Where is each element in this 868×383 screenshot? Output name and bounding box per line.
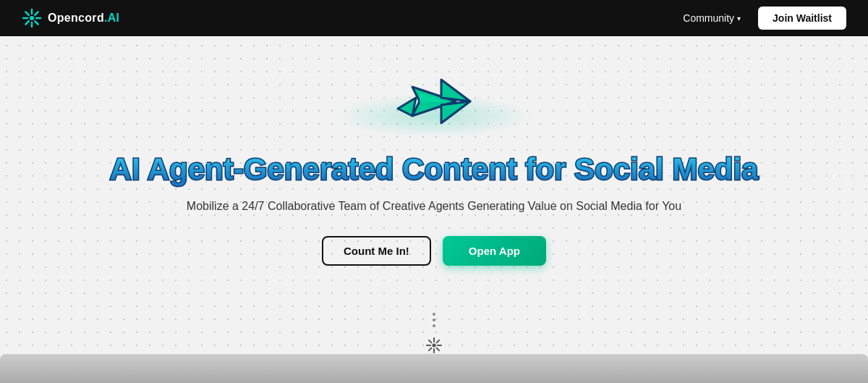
bottom-section (0, 298, 868, 383)
cta-buttons: Count Me In! Open App (322, 236, 546, 266)
svg-line-7 (35, 12, 38, 15)
navbar-right: Community ▾ Join Waitlist (683, 7, 846, 30)
headline-wrapper: AI Agent-Generated Content for Social Me… (110, 152, 759, 187)
svg-line-16 (437, 340, 440, 343)
svg-point-0 (30, 16, 34, 20)
svg-line-5 (26, 12, 29, 15)
hero-illustration (362, 65, 506, 138)
navbar: Opencord.AI Community ▾ Join Waitlist (0, 0, 868, 36)
community-label: Community (683, 12, 734, 24)
community-nav[interactable]: Community ▾ (683, 12, 741, 24)
open-app-button[interactable]: Open App (443, 236, 546, 266)
svg-line-17 (429, 348, 432, 351)
bottom-logo-icon (425, 337, 443, 354)
hero-mascot-icon (376, 65, 492, 138)
svg-line-14 (429, 340, 432, 343)
join-waitlist-button[interactable]: Join Waitlist (758, 7, 846, 30)
count-me-in-button[interactable]: Count Me In! (322, 236, 431, 266)
svg-line-8 (26, 21, 29, 24)
bottom-bar (0, 354, 868, 383)
headline-text: AI Agent-Generated Content for Social Me… (110, 152, 759, 187)
svg-line-15 (437, 348, 440, 351)
community-dropdown-icon: ▾ (737, 14, 741, 22)
main-content: AI Agent-Generated Content for Social Me… (0, 36, 868, 266)
dot-2 (433, 319, 435, 321)
logo[interactable]: Opencord.AI (22, 8, 119, 28)
scroll-indicator (433, 313, 435, 327)
svg-point-9 (433, 344, 436, 348)
dot-1 (433, 313, 435, 316)
dot-3 (433, 324, 435, 327)
page-background: Opencord.AI Community ▾ Join Waitlist (0, 0, 868, 383)
logo-text: Opencord.AI (48, 12, 119, 25)
logo-icon (22, 8, 42, 28)
subtitle-text: Mobilize a 24/7 Collaborative Team of Cr… (187, 200, 681, 213)
svg-line-6 (35, 21, 38, 24)
